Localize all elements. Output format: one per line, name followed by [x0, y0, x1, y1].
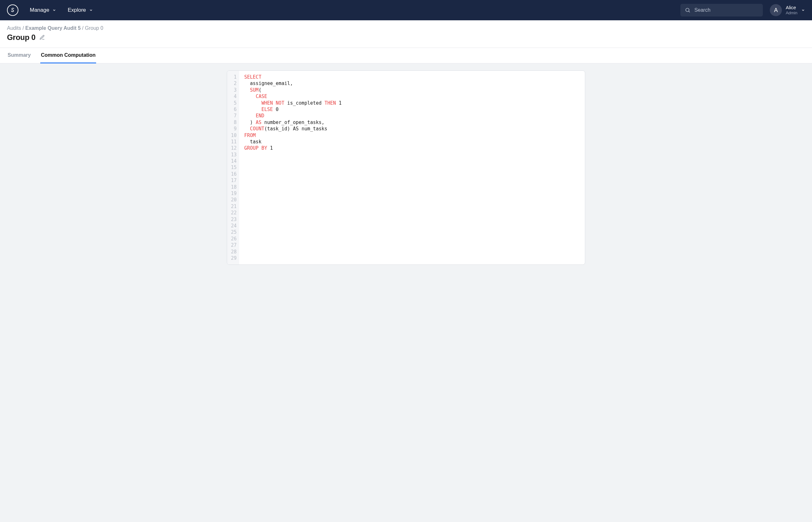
breadcrumb-separator: / [81, 25, 85, 31]
app-logo[interactable] [7, 4, 18, 16]
code-line[interactable]: ) AS number_of_open_tasks, [244, 119, 580, 125]
code-body[interactable]: SELECT assignee_email, SUM( CASE WHEN NO… [239, 71, 585, 264]
titlebar: Audits / Example Query Audit 5 / Group 0… [0, 20, 812, 48]
code-line[interactable] [244, 223, 580, 229]
svg-point-0 [686, 8, 689, 12]
code-line[interactable] [244, 255, 580, 261]
code-line[interactable] [244, 197, 580, 203]
user-menu[interactable]: A Alice Admin [770, 4, 805, 16]
breadcrumb: Audits / Example Query Audit 5 / Group 0 [7, 25, 805, 31]
line-number: 10 [230, 132, 237, 139]
line-number-gutter: 1234567891011121314151617181920212223242… [227, 71, 239, 264]
chevron-down-icon [89, 8, 93, 12]
user-name: Alice [786, 5, 797, 11]
line-number: 20 [230, 197, 237, 203]
breadcrumb-item: Group 0 [85, 25, 103, 31]
code-line[interactable] [244, 229, 580, 235]
app-header: ManageExplore A Alice Admin [0, 0, 812, 20]
tabs: SummaryCommon Computation [0, 48, 812, 63]
line-number: 11 [230, 139, 237, 145]
nav-item-explore[interactable]: Explore [67, 7, 93, 13]
line-number: 29 [230, 255, 237, 261]
code-line[interactable]: SUM( [244, 87, 580, 93]
breadcrumb-separator: / [21, 25, 25, 31]
line-number: 18 [230, 184, 237, 190]
code-editor[interactable]: 1234567891011121314151617181920212223242… [227, 71, 585, 264]
line-number: 8 [230, 119, 237, 125]
code-line[interactable]: COUNT(task_id) AS num_tasks [244, 125, 580, 132]
tab-common-computation[interactable]: Common Computation [40, 48, 96, 63]
search-box[interactable] [680, 4, 763, 17]
line-number: 3 [230, 87, 237, 93]
code-line[interactable] [244, 158, 580, 164]
code-line[interactable] [244, 249, 580, 255]
line-number: 4 [230, 93, 237, 100]
nav-item-label: Explore [67, 7, 86, 13]
line-number: 21 [230, 203, 237, 209]
code-line[interactable]: assignee_email, [244, 80, 580, 86]
code-line[interactable] [244, 203, 580, 209]
search-input[interactable] [694, 7, 758, 13]
avatar: A [770, 4, 782, 16]
content-area: 1234567891011121314151617181920212223242… [0, 63, 812, 278]
code-line[interactable]: task [244, 139, 580, 145]
code-line[interactable] [244, 177, 580, 184]
chevron-down-icon [52, 8, 56, 12]
code-line[interactable] [244, 184, 580, 190]
line-number: 17 [230, 177, 237, 184]
line-number: 22 [230, 209, 237, 216]
line-number: 25 [230, 229, 237, 235]
line-number: 6 [230, 106, 237, 113]
line-number: 14 [230, 158, 237, 164]
code-line[interactable] [244, 171, 580, 177]
line-number: 24 [230, 223, 237, 229]
line-number: 27 [230, 242, 237, 248]
code-line[interactable]: END [244, 113, 580, 119]
line-number: 9 [230, 125, 237, 132]
line-number: 2 [230, 80, 237, 86]
code-line[interactable]: SELECT [244, 74, 580, 80]
code-line[interactable] [244, 164, 580, 170]
nav-item-manage[interactable]: Manage [30, 7, 56, 13]
line-number: 7 [230, 113, 237, 119]
search-icon [685, 7, 691, 13]
line-number: 28 [230, 249, 237, 255]
code-line[interactable]: CASE [244, 93, 580, 100]
code-editor-card: 1234567891011121314151617181920212223242… [227, 71, 585, 265]
line-number: 12 [230, 145, 237, 151]
page-title: Group 0 [7, 33, 36, 42]
line-number: 1 [230, 74, 237, 80]
breadcrumb-item[interactable]: Example Query Audit 5 [25, 25, 81, 31]
code-line[interactable] [244, 209, 580, 216]
user-role: Admin [786, 11, 797, 16]
code-line[interactable]: ELSE 0 [244, 106, 580, 113]
edit-icon[interactable] [39, 35, 45, 40]
line-number: 15 [230, 164, 237, 170]
code-line[interactable] [244, 152, 580, 158]
logo-icon [9, 7, 16, 13]
code-line[interactable] [244, 242, 580, 248]
line-number: 5 [230, 100, 237, 106]
nav-item-label: Manage [30, 7, 49, 13]
line-number: 23 [230, 216, 237, 223]
code-line[interactable] [244, 216, 580, 223]
svg-line-1 [689, 11, 690, 12]
code-line[interactable]: FROM [244, 132, 580, 139]
code-line[interactable]: WHEN NOT is_completed THEN 1 [244, 100, 580, 106]
code-line[interactable] [244, 190, 580, 197]
line-number: 19 [230, 190, 237, 197]
chevron-down-icon [801, 8, 805, 12]
code-line[interactable]: GROUP BY 1 [244, 145, 580, 151]
line-number: 16 [230, 171, 237, 177]
line-number: 26 [230, 236, 237, 242]
line-number: 13 [230, 152, 237, 158]
code-line[interactable] [244, 236, 580, 242]
breadcrumb-item[interactable]: Audits [7, 25, 21, 31]
tab-summary[interactable]: Summary [7, 48, 32, 63]
